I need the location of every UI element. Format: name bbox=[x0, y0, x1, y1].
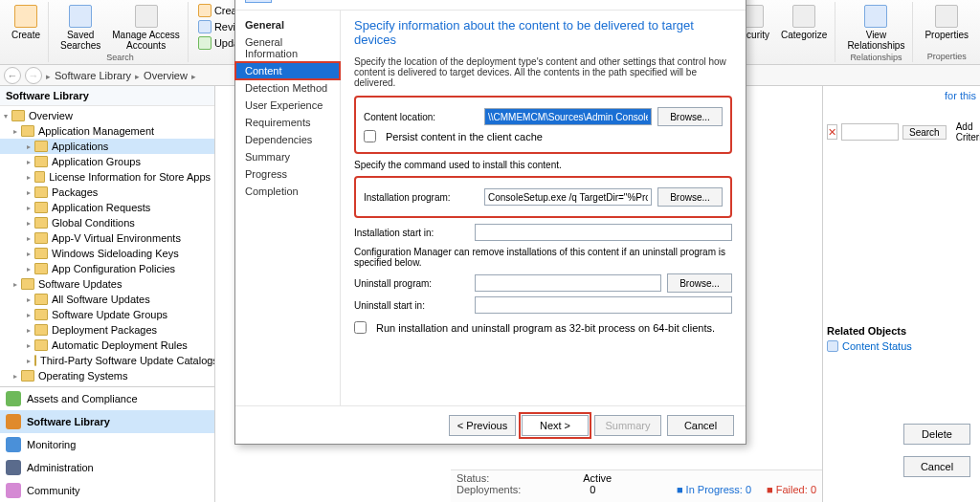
tree-node[interactable]: ▸App Configuration Policies bbox=[0, 261, 214, 276]
content-location-input[interactable] bbox=[484, 108, 652, 125]
uninstall-program-input[interactable] bbox=[475, 274, 661, 292]
wizard-header-icon bbox=[245, 0, 272, 3]
tree-node[interactable]: ▸Application Management bbox=[0, 123, 214, 139]
wizard-step[interactable]: Completion bbox=[235, 183, 340, 200]
tree-node[interactable]: ▸Applications bbox=[0, 139, 214, 154]
add-criteria-button[interactable]: Add Criteria bbox=[950, 120, 980, 143]
properties-button[interactable]: Properties bbox=[921, 3, 972, 42]
uninstall-program-label: Uninstall program: bbox=[354, 278, 469, 289]
nav-tree: ▾Overview▸Application Management▸Applica… bbox=[0, 106, 214, 386]
wizard-step[interactable]: User Experience bbox=[235, 97, 340, 114]
wizard-content-pane: Specify information about the content to… bbox=[341, 11, 746, 405]
install-start-in-label: Installation start in: bbox=[354, 228, 469, 238]
persist-content-label: Persist content in the client cache bbox=[386, 131, 543, 142]
view-relationships-button[interactable]: View Relationships bbox=[843, 3, 908, 53]
tree-node[interactable]: ▸Operating Systems bbox=[0, 368, 214, 383]
breadcrumb-item[interactable]: Overview bbox=[144, 70, 188, 81]
install-program-label: Installation program: bbox=[364, 192, 479, 203]
right-pane: for this ✕ Search Add Criteria Related O… bbox=[822, 86, 980, 502]
tree-node[interactable]: ▸All Software Updates bbox=[0, 292, 214, 307]
wunderbar-button[interactable]: Software Library bbox=[0, 410, 214, 433]
uninstall-desc: Configuration Manager can remove install… bbox=[354, 247, 732, 268]
ribbon-group-search-label: Search bbox=[106, 53, 134, 62]
ribbon-group-properties-label: Properties bbox=[927, 52, 967, 61]
related-objects-title: Related Objects bbox=[827, 325, 976, 337]
content-location-label: Content location: bbox=[364, 112, 479, 122]
browse-install-program-button[interactable]: Browse... bbox=[657, 187, 723, 207]
wizard-steps-nav: General General InformationContentDetect… bbox=[235, 11, 341, 405]
browse-uninstall-program-button[interactable]: Browse... bbox=[667, 273, 732, 293]
previous-button[interactable]: < Previous bbox=[449, 415, 516, 436]
uninstall-start-in-label: Uninstall start in: bbox=[354, 300, 469, 311]
context-hint: for this bbox=[827, 90, 976, 101]
run-32bit-checkbox[interactable] bbox=[354, 321, 367, 334]
run-32bit-label: Run installation and uninstall program a… bbox=[376, 322, 715, 334]
saved-searches-button[interactable]: Saved Searches bbox=[56, 3, 104, 53]
wizard-step[interactable]: Detection Method bbox=[235, 79, 340, 97]
bg-cancel-button[interactable]: Cancel bbox=[903, 456, 970, 477]
tree-node[interactable]: ▸Software Update Groups bbox=[0, 307, 214, 322]
clear-search-icon[interactable]: ✕ bbox=[827, 124, 837, 140]
ribbon-group-relationships-label: Relationships bbox=[850, 53, 902, 62]
browse-content-location-button[interactable]: Browse... bbox=[657, 107, 723, 126]
wizard-step[interactable]: Requirements bbox=[235, 114, 340, 131]
wizard-step[interactable]: Dependencies bbox=[235, 131, 340, 148]
wunderbar-button[interactable]: Assets and Compliance bbox=[0, 387, 214, 410]
wizard-description: Specify the location of the deployment t… bbox=[354, 56, 732, 88]
nav-back-icon[interactable]: ← bbox=[4, 67, 21, 84]
search-input[interactable] bbox=[841, 123, 899, 141]
content-status-link[interactable]: Content Status bbox=[827, 340, 976, 352]
tree-node[interactable]: ▸Third-Party Software Update Catalogs bbox=[0, 353, 214, 368]
nav-header: Software Library bbox=[0, 86, 214, 106]
search-button[interactable]: Search bbox=[902, 125, 947, 140]
navigation-pane: Software Library ▾Overview▸Application M… bbox=[0, 86, 215, 502]
wunderbar-button[interactable]: Community bbox=[0, 479, 214, 502]
install-program-input[interactable] bbox=[484, 188, 652, 206]
wizard-step[interactable]: Summary bbox=[235, 148, 340, 165]
cancel-button[interactable]: Cancel bbox=[667, 415, 734, 436]
wizard-step-category: General bbox=[235, 16, 340, 33]
tree-node[interactable]: ▸Automatic Deployment Rules bbox=[0, 338, 214, 353]
uninstall-start-in-input[interactable] bbox=[475, 296, 732, 314]
tree-node[interactable]: ▸License Information for Store Apps bbox=[0, 169, 214, 185]
persist-content-checkbox[interactable] bbox=[364, 130, 376, 142]
install-start-in-input[interactable] bbox=[475, 224, 732, 241]
tree-node[interactable]: ▸App-V Virtual Environments bbox=[0, 230, 214, 246]
wunderbar-button[interactable]: Administration bbox=[0, 456, 214, 479]
tree-node[interactable]: ▸Software Updates bbox=[0, 276, 214, 292]
manage-access-accounts-button[interactable]: Manage Access Accounts bbox=[108, 3, 184, 53]
bg-delete-button[interactable]: Delete bbox=[903, 424, 970, 445]
tree-node[interactable]: ▾Overview bbox=[0, 108, 214, 123]
tree-node[interactable]: ▸Packages bbox=[0, 185, 214, 200]
deployment-type-wizard: Create Deployment Type Wizard ✕ Content … bbox=[234, 0, 746, 445]
tree-node[interactable]: ▸Application Requests bbox=[0, 200, 214, 215]
categorize-button[interactable]: Categorize bbox=[777, 3, 831, 42]
wizard-step[interactable]: Content bbox=[235, 62, 340, 79]
breadcrumb-item[interactable]: Software Library bbox=[55, 70, 131, 81]
tree-node[interactable]: ▸Global Conditions bbox=[0, 215, 214, 230]
tree-node[interactable]: ▸Deployment Packages bbox=[0, 322, 214, 338]
wizard-step[interactable]: Progress bbox=[235, 165, 340, 183]
install-command-desc: Specify the command used to install this… bbox=[354, 160, 732, 170]
summary-button: Summary bbox=[594, 415, 661, 436]
create-button[interactable]: Create bbox=[8, 3, 44, 42]
tree-node[interactable]: ▸Application Groups bbox=[0, 154, 214, 169]
tree-node[interactable]: ▸Windows Sideloading Keys bbox=[0, 246, 214, 261]
next-button[interactable]: Next > bbox=[522, 415, 589, 436]
status-bar: Status:Active Deployments:0 ■ In Progres… bbox=[451, 469, 822, 502]
wunderbar-button[interactable]: Monitoring bbox=[0, 433, 214, 456]
wunderbar: Assets and ComplianceSoftware LibraryMon… bbox=[0, 386, 214, 502]
wizard-page-title: Specify information about the content to… bbox=[354, 18, 732, 47]
wizard-step[interactable]: General Information bbox=[235, 33, 340, 62]
nav-fwd-icon[interactable]: → bbox=[25, 67, 42, 84]
